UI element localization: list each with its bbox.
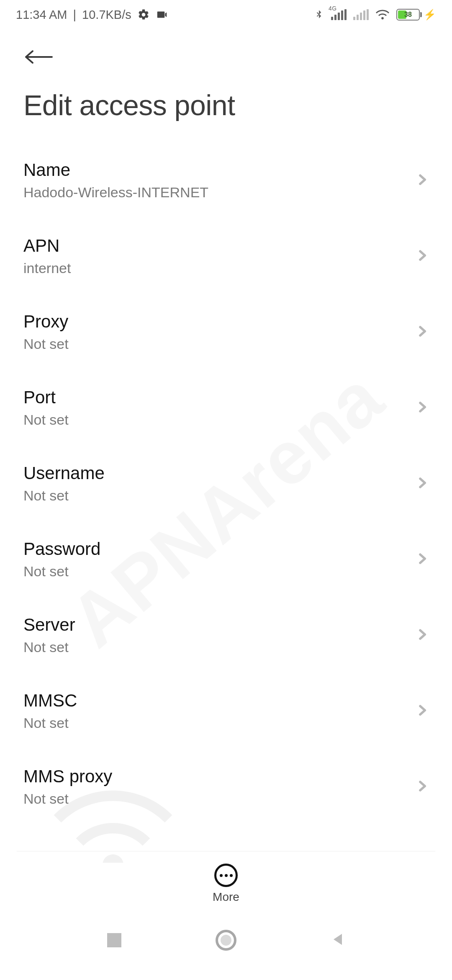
- setting-row-mms-proxy[interactable]: MMS proxy Not set: [0, 749, 452, 825]
- navigation-bar: [0, 913, 452, 980]
- back-button[interactable]: [23, 47, 429, 69]
- recent-apps-button[interactable]: [102, 928, 127, 953]
- battery-percent: 38: [397, 11, 419, 18]
- setting-row-apn[interactable]: APN internet: [0, 218, 452, 294]
- chevron-right-icon: [416, 249, 429, 263]
- setting-row-password[interactable]: Password Not set: [0, 521, 452, 597]
- setting-label: Name: [23, 160, 208, 180]
- settings-list: APNArena Name Hadodo-Wireless-INTERNET A…: [0, 134, 452, 863]
- status-left: 11:34 AM | 10.7KB/s: [16, 8, 168, 22]
- chevron-right-icon: [416, 552, 429, 567]
- status-time: 11:34 AM: [16, 8, 67, 22]
- gear-icon: [137, 8, 150, 21]
- setting-row-proxy[interactable]: Proxy Not set: [0, 294, 452, 370]
- chevron-right-icon: [416, 704, 429, 718]
- setting-row-username[interactable]: Username Not set: [0, 446, 452, 521]
- setting-value: Not set: [23, 487, 105, 504]
- signal-nosim-icon: [353, 9, 369, 20]
- chevron-right-icon: [416, 173, 429, 188]
- setting-row-server[interactable]: Server Not set: [0, 597, 452, 673]
- setting-row-name[interactable]: Name Hadodo-Wireless-INTERNET: [0, 142, 452, 218]
- setting-label: Password: [23, 539, 100, 559]
- status-speed: 10.7KB/s: [82, 8, 131, 22]
- wifi-icon: [375, 8, 390, 22]
- charging-icon: ⚡: [424, 9, 436, 21]
- home-button[interactable]: [213, 928, 239, 953]
- chevron-right-icon: [416, 628, 429, 642]
- chevron-right-icon: [416, 477, 429, 491]
- bluetooth-icon: [313, 9, 324, 20]
- back-nav-button[interactable]: [325, 928, 350, 953]
- setting-label: Server: [23, 615, 75, 635]
- setting-value: Not set: [23, 412, 69, 428]
- setting-label: APN: [23, 236, 71, 256]
- setting-value: Not set: [23, 639, 75, 655]
- status-right: 4G 38 ⚡: [313, 8, 436, 22]
- setting-label: MMSC: [23, 691, 77, 711]
- setting-value: internet: [23, 260, 71, 276]
- divider: [17, 851, 435, 851]
- setting-row-port[interactable]: Port Not set: [0, 370, 452, 446]
- setting-label: Username: [23, 463, 105, 483]
- more-button[interactable]: [214, 864, 238, 887]
- battery-icon: 38 ⚡: [396, 9, 436, 21]
- status-bar: 11:34 AM | 10.7KB/s 4G 38 ⚡: [0, 0, 452, 29]
- top-bar: [0, 29, 452, 73]
- setting-value: Not set: [23, 563, 100, 580]
- chevron-right-icon: [416, 401, 429, 415]
- page-title: Edit access point: [0, 73, 452, 134]
- network-label: 4G: [329, 5, 337, 12]
- signal-4g-icon: 4G: [331, 9, 347, 20]
- camera-icon: [156, 8, 168, 21]
- setting-value: Hadodo-Wireless-INTERNET: [23, 184, 208, 201]
- more-label: More: [213, 890, 239, 904]
- setting-label: MMS proxy: [23, 766, 112, 787]
- status-separator: |: [73, 8, 77, 22]
- setting-value: Not set: [23, 715, 77, 731]
- setting-label: Proxy: [23, 312, 69, 332]
- setting-label: Port: [23, 387, 69, 407]
- setting-value: Not set: [23, 791, 112, 807]
- chevron-right-icon: [416, 780, 429, 794]
- more-area: More: [0, 854, 452, 913]
- setting-value: Not set: [23, 336, 69, 352]
- setting-row-mmsc[interactable]: MMSC Not set: [0, 673, 452, 749]
- chevron-right-icon: [416, 325, 429, 339]
